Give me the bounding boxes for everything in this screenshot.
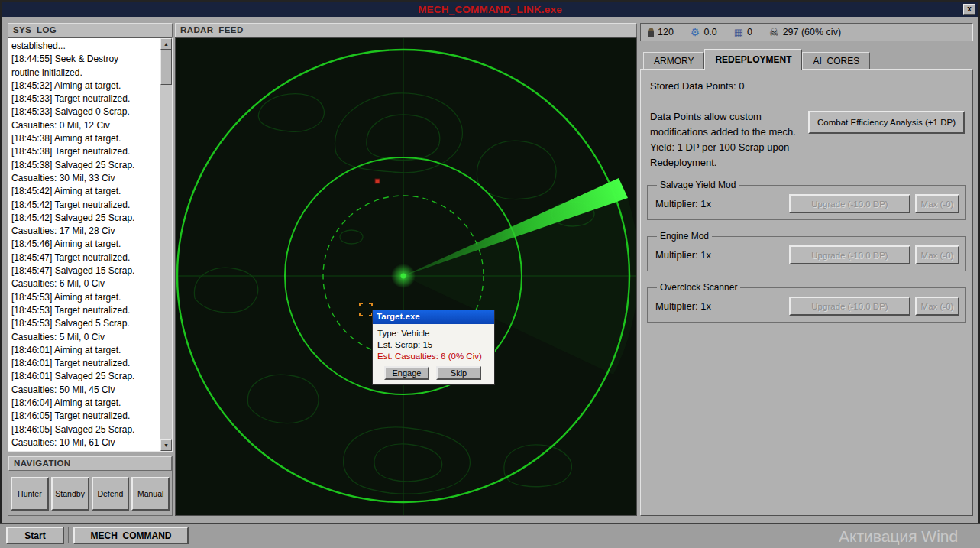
data-points-value: 0 — [747, 27, 752, 37]
radar-canvas — [176, 38, 636, 515]
log-line: [18:46:01] Aiming at target. — [11, 344, 160, 357]
scroll-up-icon[interactable]: ▲ — [160, 38, 172, 50]
engine-max-button[interactable]: Max (-0) — [915, 245, 959, 264]
syslog-list: established...[18:44:55] Seek & Destroyr… — [8, 38, 160, 451]
status-item-casualties: ☠ 297 (60% civ) — [769, 27, 841, 37]
salvage-upgrade-button[interactable]: Upgrade (-10.0 DP) — [789, 194, 910, 213]
scanner-max-button[interactable]: Max (-0) — [915, 297, 959, 316]
description-line: Redeployment. — [650, 155, 822, 170]
log-line: [18:45:42] Target neutralized. — [11, 199, 160, 212]
resource-status-bar: 120 ⚙ 0.0 ▦ 0 ☠ 297 (60% civ) — [640, 23, 973, 41]
start-button[interactable]: Start — [6, 527, 64, 544]
target-type-label: Type: Vehicle — [377, 328, 490, 339]
ammo-value: 120 — [658, 27, 674, 37]
log-line: Casualties: 30 Mil, 33 Civ — [11, 172, 160, 185]
radar-display[interactable]: Target.exe Type: Vehicle Est. Scrap: 15 … — [175, 37, 637, 516]
log-line: [18:45:42] Aiming at target. — [11, 185, 160, 198]
enemy-blip[interactable] — [375, 179, 380, 183]
salvage-max-button[interactable]: Max (-0) — [915, 194, 959, 213]
navigation-header: NAVIGATION — [8, 456, 172, 471]
syslog-scrollbar[interactable]: ▲ ▼ — [160, 38, 172, 451]
scanner-upgrade-button[interactable]: Upgrade (-10.0 DP) — [789, 297, 910, 316]
log-line: [18:45:38] Aiming at target. — [11, 132, 160, 145]
log-line: Casualties: 0 Mil, 12 Civ — [11, 119, 160, 132]
mod-group-engine: Engine Mod Multiplier: 1x Upgrade (-10.0… — [647, 231, 966, 271]
log-line: Casualties: 50 Mil, 45 Civ — [11, 384, 160, 397]
log-line: [18:46:05] Salvaged 25 Scrap. — [11, 423, 160, 436]
log-line: [18:45:32] Aiming at target. — [11, 79, 160, 92]
engage-button[interactable]: Engage — [384, 366, 429, 380]
title-bar: MECH_COMMAND_LINK.exe x — [2, 2, 978, 17]
tab-redeployment[interactable]: REDEPLOYMENT — [704, 49, 802, 70]
hunter-mode-button[interactable]: Hunter — [11, 477, 49, 511]
combat-efficiency-analysis-button[interactable]: Combat Efficiency Analysis (+1 DP) — [808, 111, 965, 134]
log-line: [18:45:46] Aiming at target. — [11, 238, 160, 251]
log-line: [18:45:33] Salvaged 0 Scrap. — [11, 105, 160, 118]
scrollbar-thumb[interactable] — [160, 50, 172, 85]
data-points-description: Data Points allow custom modifications a… — [650, 109, 822, 170]
log-line: [18:45:53] Target neutralized. — [11, 304, 160, 317]
log-line: Casualties: 17 Mil, 28 Civ — [11, 225, 160, 238]
target-scrap-label: Est. Scrap: 15 — [377, 339, 490, 351]
scrap-value: 0.0 — [703, 27, 716, 37]
log-line: [18:44:55] Seek & Destroy — [11, 53, 160, 66]
manual-mode-button[interactable]: Manual — [131, 477, 170, 511]
status-item-data-points: ▦ 0 — [734, 27, 752, 37]
standby-mode-button[interactable]: Standby — [51, 477, 89, 511]
log-line: [18:45:38] Target neutralized. — [11, 145, 160, 158]
log-line: established... — [11, 40, 160, 53]
casualties-icon: ☠ — [769, 27, 779, 37]
tab-ai-cores[interactable]: AI_CORES — [802, 52, 870, 70]
group-title: Engine Mod — [657, 231, 712, 242]
scrap-icon: ⚙ — [691, 27, 700, 37]
syslog-listbox[interactable]: established...[18:44:55] Seek & Destroyr… — [8, 37, 173, 452]
mod-group-overclock-scanner: Overclock Scanner Multiplier: 1x Upgrade… — [647, 282, 966, 323]
group-title: Overclock Scanner — [657, 282, 740, 293]
taskbar-item-mech-command[interactable]: MECH_COMMAND — [73, 527, 189, 544]
ammo-icon — [648, 28, 654, 37]
taskbar: Start MECH_COMMAND — [0, 523, 980, 548]
log-line: [18:45:53] Aiming at target. — [11, 291, 160, 304]
description-line: Data Points allow custom — [650, 109, 822, 125]
data-points-icon: ▦ — [734, 28, 743, 37]
log-line: Casualties: 10 Mil, 61 Civ — [11, 436, 160, 449]
log-line: [18:45:38] Salvaged 25 Scrap. — [11, 159, 160, 172]
log-line: Casualties: 5 Mil, 0 Civ — [11, 331, 160, 344]
target-popup-title: Target.exe — [373, 310, 494, 324]
target-popup: Target.exe Type: Vehicle Est. Scrap: 15 … — [372, 310, 495, 385]
defend-mode-button[interactable]: Defend — [92, 477, 130, 511]
multiplier-label: Multiplier: 1x — [654, 249, 711, 261]
log-line: routine initialized. — [11, 66, 160, 79]
engine-upgrade-button[interactable]: Upgrade (-10.0 DP) — [789, 245, 910, 264]
description-line: Yield: 1 DP per 100 Scrap upon — [650, 140, 822, 155]
navigation-panel: NAVIGATION Hunter Standby Defend Manual — [8, 456, 173, 516]
log-line: [18:45:42] Salvaged 25 Scrap. — [11, 212, 160, 225]
tab-armory[interactable]: ARMORY — [643, 52, 704, 70]
log-line: [18:46:04] Aiming at target. — [11, 397, 160, 410]
log-line: [18:45:47] Target neutralized. — [11, 251, 160, 264]
tab-strip: ARMORY REDEPLOYMENT AI_CORES — [643, 48, 870, 70]
log-line: [18:46:01] Target neutralized. — [11, 357, 160, 370]
log-line: [18:46:05] Target neutralized. — [11, 410, 160, 423]
log-line: [18:45:53] Salvaged 5 Scrap. — [11, 317, 160, 330]
status-item-scrap: ⚙ 0.0 — [691, 27, 717, 37]
syslog-header: SYS_LOG — [8, 23, 173, 37]
multiplier-label: Multiplier: 1x — [654, 300, 711, 312]
radar-panel: RADAR_FEED — [175, 23, 637, 516]
skip-button[interactable]: Skip — [436, 366, 481, 380]
window-title: MECH_COMMAND_LINK.exe — [418, 4, 562, 15]
stored-data-points-label: Stored Data Points: 0 — [650, 80, 745, 92]
taskbar-divider — [68, 527, 70, 543]
casualties-value: 297 (60% civ) — [783, 27, 841, 37]
redeployment-tab-page: Stored Data Points: 0 Data Points allow … — [640, 69, 973, 516]
description-line: modifications added to the mech. — [650, 125, 822, 140]
log-line: [18:45:47] Salvaged 15 Scrap. — [11, 264, 160, 277]
mod-group-salvage-yield: Salvage Yield Mod Multiplier: 1x Upgrade… — [647, 180, 966, 220]
close-icon[interactable]: x — [963, 4, 975, 15]
multiplier-label: Multiplier: 1x — [654, 198, 711, 209]
status-item-ammo: 120 — [648, 27, 674, 37]
group-title: Salvage Yield Mod — [657, 180, 739, 190]
scroll-down-icon[interactable]: ▼ — [160, 439, 172, 451]
log-line: Casualties: 6 Mil, 0 Civ — [11, 277, 160, 290]
radar-header: RADAR_FEED — [175, 23, 637, 37]
